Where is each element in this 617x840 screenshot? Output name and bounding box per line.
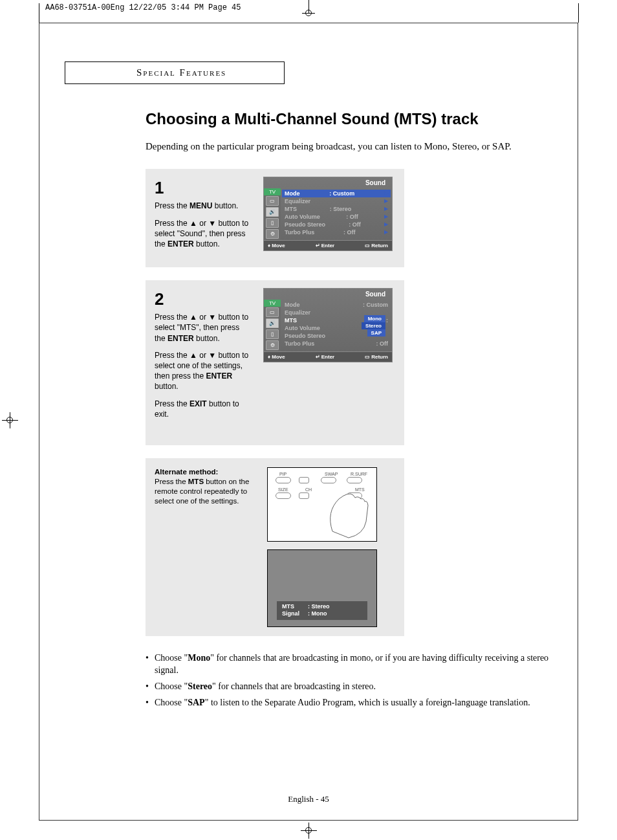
remote-button [276,492,291,499]
step-number: 1 [155,177,252,199]
remote-button [347,477,362,483]
osd-return-hint: ▭ Return [365,354,388,360]
osd-move-hint: ♦ Move [268,243,285,249]
step-number: 2 [155,288,252,311]
hand-icon [294,486,371,541]
osd-screenshot-2: Sound TV ▭ 🔊 ▯ ⚙ Mode: Custom Equalizer … [263,288,393,362]
print-slug: AA68-03751A-00Eng 12/22/05 3:44 PM Page … [45,3,241,12]
sound-icon: 🔊 [266,318,279,328]
remote-label-pip: PIP [279,472,287,476]
remote-illustration: PIP SWAP R.SURF SIZE CH MTS [267,467,377,542]
remote-button [299,477,309,483]
channel-icon: ▯ [266,329,279,339]
osd-tab-tv: TV [264,300,281,307]
list-item: Choose "SAP" to listen to the Separate A… [146,697,559,709]
alt-text: Press the MTS button on the remote contr… [155,478,249,505]
picture-icon: ▭ [266,307,279,317]
setup-icon: ⚙ [266,229,279,239]
alt-heading: Alternate method: [155,468,218,476]
page-title: Choosing a Multi-Channel Sound (MTS) tra… [146,110,559,128]
tv-screen-illustration: MTS: Stereo Signal: Mono [267,549,377,627]
sound-icon: 🔊 [266,207,279,217]
intro-text: Depending on the particular program bein… [146,140,559,153]
instruction-text: Press the MENU button. [155,201,252,211]
osd-menu-list: Mode: Custom▶ Equalizer▶ MTS: Stereo▶ Au… [281,188,392,240]
instruction-text: Press the EXIT button to exit. [155,399,252,419]
osd-return-hint: ▭ Return [365,243,388,249]
step-1: 1 Press the MENU button. Press the ▲ or … [146,169,404,267]
tv-status-overlay: MTS: Stereo Signal: Mono [277,601,367,620]
picture-icon: ▭ [266,196,279,206]
osd-screenshot-1: Sound TV ▭ 🔊 ▯ ⚙ Mode: Custom▶ Equalizer… [263,177,393,251]
page-number: English - 45 [288,794,329,804]
remote-button [276,477,291,483]
alternate-method-block: Alternate method: Press the MTS button o… [146,458,404,636]
osd-enter-hint: ↵ Enter [316,243,335,249]
instruction-text: Press the ▲ or ▼ button to select "MTS",… [155,312,252,344]
osd-title: Sound [264,289,392,300]
section-header: Special Features [65,61,285,84]
osd-move-hint: ♦ Move [268,354,285,360]
osd-title: Sound [264,177,392,188]
setup-icon: ⚙ [266,340,279,350]
osd-option-stereo: Stereo [362,322,385,329]
notes-list: Choose "Mono" for channels that are broa… [146,652,559,709]
osd-option-sap: SAP [367,329,385,337]
remote-button [321,477,336,483]
instruction-text: Press the ▲ or ▼ button to select one of… [155,350,252,392]
list-item: Choose "Stereo" for channels that are br… [146,681,559,693]
channel-icon: ▯ [266,218,279,228]
remote-label-rsurf: R.SURF [351,472,367,476]
instruction-text: Press the ▲ or ▼ button to select "Sound… [155,218,252,250]
remote-label-swap: SWAP [325,472,338,476]
step-2: 2 Press the ▲ or ▼ button to select "MTS… [146,280,404,445]
list-item: Choose "Mono" for channels that are broa… [146,652,559,677]
osd-option-mono: Mono [364,315,385,322]
osd-enter-hint: ↵ Enter [316,354,335,360]
osd-tab-tv: TV [264,188,281,195]
remote-label-size: SIZE [278,487,288,492]
osd-menu-list: Mode: Custom Equalizer MTS: Auto Volume … [281,300,392,351]
